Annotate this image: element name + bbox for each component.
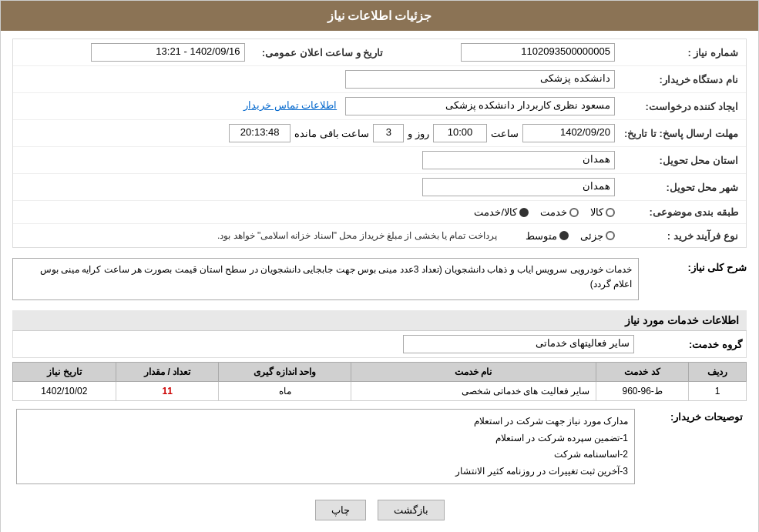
purchase-motevaset-option[interactable]: متوسط <box>526 230 569 242</box>
announce-date-label: تاریخ و ساعت اعلان عمومی: <box>249 47 388 59</box>
announce-date-value: 1402/09/16 - 13:21 <box>91 43 245 62</box>
page-title: جزئیات اطلاعات نیاز <box>1 1 758 31</box>
purchase-jozi-label: جزئی <box>580 230 603 242</box>
creator-row: ایجاد کننده درخواست: مسعود نظری کاربردار… <box>13 93 746 120</box>
days-value: 3 <box>373 124 404 142</box>
category-kala-option[interactable]: کالا <box>590 206 615 218</box>
col-code: کد خدمت <box>596 363 688 382</box>
buyer-notes-label: توصیحات خریدار: <box>643 409 743 423</box>
contact-info-link[interactable]: اطلاعات تماس خریدار <box>243 99 337 111</box>
deadline-time-value: 10:00 <box>433 124 487 142</box>
buttons-row: بازگشت چاپ <box>12 488 747 528</box>
description-section: شرح کلی نیاز: خدمات خودرویی سرویس ایاب و… <box>12 254 747 304</box>
cell-code: ط-96-960 <box>596 382 688 401</box>
category-khedmat-label: خدمت <box>540 206 567 218</box>
purchase-motevaset-label: متوسط <box>526 230 557 242</box>
purchase-jozi-radio <box>606 231 615 240</box>
cell-unit: ماه <box>219 382 351 401</box>
city-label: شهر محل تحویل: <box>619 182 742 193</box>
category-kala-khedmat-option[interactable]: کالا/خدمت <box>474 206 529 218</box>
cell-name: سایر فعالیت های خدماتی شخصی <box>351 382 596 401</box>
creator-value: مسعود نظری کاربردار دانشکده پزشکی <box>345 97 615 115</box>
category-kala-label: کالا <box>590 206 603 218</box>
need-number-label: شماره نیاز : <box>619 47 742 59</box>
col-name: نام خدمت <box>351 363 596 382</box>
category-kala-radio <box>606 208 615 217</box>
category-label: طبقه بندی موضوعی: <box>619 206 742 218</box>
purchase-type-note: پرداخت تمام یا بخشی از مبلغ خریداز محل "… <box>217 230 497 241</box>
time-label: ساعت <box>491 128 519 139</box>
city-value: همدان <box>422 178 615 196</box>
purchase-motevaset-radio <box>559 231 569 240</box>
back-button[interactable]: بازگشت <box>378 500 445 520</box>
remaining-label: ساعت باقی مانده <box>294 128 369 139</box>
province-label: استان محل تحویل: <box>619 155 742 166</box>
deadline-row: مهلت ارسال پاسخ: تا تاریخ: 1402/09/20 سا… <box>13 120 746 147</box>
table-row: 1 ط-96-960 سایر فعالیت های خدماتی شخصی م… <box>13 382 747 401</box>
need-number-row: شماره نیاز : 1102093500000005 تاریخ و سا… <box>13 39 746 66</box>
category-kala-khedmat-label: کالا/خدمت <box>474 206 517 218</box>
purchase-jozi-option[interactable]: جزئی <box>580 230 615 242</box>
purchase-type-label: نوع فرآیند خرید : <box>619 230 742 242</box>
cell-row: 1 <box>689 382 747 401</box>
remaining-value: 20:13:48 <box>229 124 291 142</box>
reply-deadline-label: مهلت ارسال پاسخ: تا تاریخ: <box>619 128 742 139</box>
province-row: استان محل تحویل: همدان <box>13 147 746 174</box>
cell-quantity: 11 <box>116 382 219 401</box>
category-kala-khedmat-radio <box>519 208 529 217</box>
buyer-notes-value: مدارک مورد نیاز جهت شرکت در استعلام 1-تض… <box>16 409 635 484</box>
category-row: طبقه بندی موضوعی: کالا خدمت <box>13 201 746 224</box>
buyer-org-label: نام دستگاه خریدار: <box>619 74 742 85</box>
description-value: خدمات خودرویی سرویس ایاب و ذهاب دانشجویا… <box>12 258 639 300</box>
category-khedmat-option[interactable]: خدمت <box>540 206 579 218</box>
col-row: ردیف <box>689 363 747 382</box>
col-date: تاریخ نیاز <box>13 363 116 382</box>
buyer-org-row: نام دستگاه خریدار: دانشکده پزشکی <box>13 66 746 93</box>
deadline-date-value: 1402/09/20 <box>522 124 615 142</box>
purchase-type-row: نوع فرآیند خرید : جزئی متوسط پرداخت تمام… <box>13 224 746 247</box>
buyer-notes-section: توصیحات خریدار: مدارک مورد نیاز جهت شرکت… <box>12 405 747 488</box>
services-table: ردیف کد خدمت نام خدمت واحد اندازه گیری ت… <box>12 362 747 401</box>
services-info-title: اطلاعات خدمات مورد نیاز <box>12 310 747 331</box>
service-group-row: گروه خدمت: سایر فعالیتهای خدماتی <box>12 331 747 358</box>
days-label: روز و <box>408 128 429 139</box>
buyer-org-value: دانشکده پزشکی <box>345 70 615 89</box>
creator-label: ایجاد کننده درخواست: <box>619 101 742 112</box>
city-row: شهر محل تحویل: همدان <box>13 174 746 201</box>
service-group-label: گروه خدمت: <box>642 339 742 350</box>
category-khedmat-radio <box>569 208 579 217</box>
need-number-value: 1102093500000005 <box>461 43 615 62</box>
province-value: همدان <box>422 151 615 169</box>
col-unit: واحد اندازه گیری <box>219 363 351 382</box>
service-group-value: سایر فعالیتهای خدماتی <box>403 335 634 353</box>
description-label: شرح کلی نیاز: <box>646 258 747 273</box>
services-table-section: ردیف کد خدمت نام خدمت واحد اندازه گیری ت… <box>12 362 747 401</box>
print-button[interactable]: چاپ <box>315 500 366 520</box>
cell-date: 1402/10/02 <box>13 382 116 401</box>
col-quantity: تعداد / مقدار <box>116 363 219 382</box>
main-form: شماره نیاز : 1102093500000005 تاریخ و سا… <box>12 38 747 248</box>
